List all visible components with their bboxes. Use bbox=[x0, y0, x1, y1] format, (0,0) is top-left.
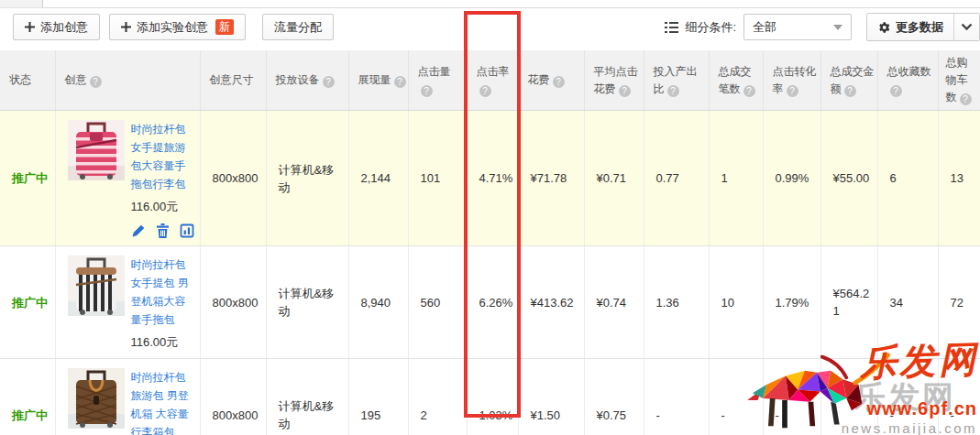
creative-report-table: 状态 创意 创意尺寸 投放设备 展现量 点击量 点击率 花费 平均点击花费 投入… bbox=[0, 50, 980, 435]
status-badge: 推广中 bbox=[12, 296, 48, 310]
orders: 10 bbox=[709, 246, 763, 359]
favorites: 6 bbox=[877, 111, 938, 246]
help-icon[interactable] bbox=[90, 76, 102, 88]
creative-price: 116.00元 bbox=[131, 198, 196, 215]
more-data-button-group: 更多数据 bbox=[866, 13, 980, 41]
orders: 1 bbox=[709, 111, 763, 246]
col-header-device: 投放设备 bbox=[266, 50, 348, 111]
col-header-creative: 创意 bbox=[55, 50, 200, 111]
tab-outside-area bbox=[0, 0, 42, 8]
roi: 1.36 bbox=[644, 246, 709, 359]
device: 计算机&移动 bbox=[266, 246, 348, 359]
tab-panel-edge bbox=[0, 0, 980, 8]
edit-icon[interactable] bbox=[131, 223, 146, 238]
creative-title-link[interactable]: 时尚拉杆包女手提包 男登机箱大容量手拖包 bbox=[131, 256, 196, 329]
cart-adds: - bbox=[938, 359, 980, 435]
gear-icon bbox=[877, 21, 890, 34]
plus-icon bbox=[25, 22, 35, 32]
creative-size: 800x800 bbox=[200, 359, 266, 435]
creative-price: 116.00元 bbox=[131, 333, 196, 351]
help-icon[interactable] bbox=[960, 93, 972, 105]
col-header-conversion: 点击转化率 bbox=[763, 50, 820, 111]
click-conversion-rate: 0.99% bbox=[763, 111, 820, 246]
table-row: 推广中 bbox=[0, 111, 980, 246]
col-header-status: 状态 bbox=[0, 50, 55, 111]
add-experiment-creative-button[interactable]: 添加实验创意 新 bbox=[109, 14, 246, 40]
click-conversion-rate: 1.79% bbox=[763, 246, 820, 359]
toolbar: 添加创意 添加实验创意 新 流量分配 细分条件: 全部 更多数据 bbox=[13, 14, 980, 40]
help-icon[interactable] bbox=[479, 85, 491, 97]
plus-icon bbox=[121, 22, 131, 32]
status-badge: 推广中 bbox=[12, 408, 48, 422]
clicks: 101 bbox=[408, 111, 467, 246]
device: 计算机&移动 bbox=[266, 111, 348, 246]
cost: ¥71.78 bbox=[518, 111, 584, 246]
click-conversion-rate: - bbox=[763, 359, 820, 435]
more-data-label: 更多数据 bbox=[896, 19, 943, 36]
avg-click-cost: ¥0.74 bbox=[584, 246, 644, 359]
creative-title-link[interactable]: 时尚拉杆包旅游包 男登机箱 大容量行李箱包 bbox=[131, 368, 196, 435]
tab-pane-border bbox=[42, 0, 980, 8]
roi: - bbox=[644, 359, 709, 435]
caret-down-icon bbox=[833, 25, 842, 30]
revenue: ¥564.21 bbox=[820, 246, 877, 359]
ctr: 6.26% bbox=[467, 246, 518, 359]
clicks: 560 bbox=[408, 246, 467, 359]
help-icon[interactable] bbox=[743, 85, 755, 97]
cost: ¥1.50 bbox=[518, 359, 584, 435]
help-icon[interactable] bbox=[890, 85, 902, 97]
traffic-allocation-button[interactable]: 流量分配 bbox=[262, 14, 334, 40]
col-header-orders: 总成交笔数 bbox=[709, 50, 763, 111]
delete-icon[interactable] bbox=[156, 223, 170, 238]
cart-adds: 13 bbox=[938, 111, 980, 246]
segment-condition-label: 细分条件: bbox=[685, 19, 736, 36]
help-icon[interactable] bbox=[844, 85, 856, 97]
revenue: - bbox=[820, 359, 877, 435]
toolbar-right: 细分条件: 全部 更多数据 bbox=[665, 14, 980, 40]
orders: - bbox=[709, 359, 763, 435]
product-image[interactable] bbox=[68, 368, 125, 429]
col-header-roi: 投入产出比 bbox=[644, 50, 709, 111]
col-header-clicks: 点击量 bbox=[408, 50, 467, 111]
help-icon[interactable] bbox=[667, 85, 679, 97]
help-icon[interactable] bbox=[619, 85, 631, 97]
col-header-revenue: 总成交金额 bbox=[820, 50, 877, 111]
creative-size: 800x800 bbox=[200, 246, 266, 359]
more-data-button[interactable]: 更多数据 bbox=[867, 14, 953, 40]
help-icon[interactable] bbox=[787, 85, 798, 97]
chevron-down-icon bbox=[961, 23, 973, 31]
col-header-favorites: 总收藏数 bbox=[877, 50, 938, 111]
avg-click-cost: ¥0.71 bbox=[584, 111, 644, 246]
creative-size: 800x800 bbox=[200, 111, 266, 246]
segment-selected-value: 全部 bbox=[753, 19, 776, 36]
status-badge: 推广中 bbox=[12, 171, 48, 185]
help-icon[interactable] bbox=[553, 76, 565, 88]
col-header-cost: 花费 bbox=[518, 50, 584, 111]
ctr: 4.71% bbox=[467, 111, 518, 246]
add-creative-button[interactable]: 添加创意 bbox=[13, 14, 100, 40]
device: 计算机&移动 bbox=[266, 359, 348, 435]
col-header-avg-click-cost: 平均点击花费 bbox=[584, 50, 644, 111]
cart-adds: 72 bbox=[938, 246, 980, 359]
product-image[interactable] bbox=[68, 256, 125, 316]
help-icon[interactable] bbox=[323, 76, 335, 88]
roi: 0.77 bbox=[644, 111, 709, 246]
segment-select[interactable]: 全部 bbox=[743, 14, 852, 40]
favorites: - bbox=[877, 359, 938, 435]
help-icon[interactable] bbox=[394, 76, 406, 88]
impressions: 195 bbox=[348, 359, 408, 435]
col-header-size: 创意尺寸 bbox=[200, 50, 266, 111]
ctr: 1.03% bbox=[467, 359, 518, 435]
add-experiment-creative-label: 添加实验创意 bbox=[137, 19, 208, 36]
creative-title-link[interactable]: 时尚拉杆包女手提旅游包大容量手拖包行李包 bbox=[131, 120, 196, 193]
avg-click-cost: ¥0.75 bbox=[584, 359, 644, 435]
impressions: 8,940 bbox=[348, 246, 408, 359]
col-header-impressions: 展现量 bbox=[348, 50, 408, 111]
col-header-ctr: 点击率 bbox=[467, 50, 518, 111]
clicks: 2 bbox=[408, 359, 467, 435]
help-icon[interactable] bbox=[421, 85, 433, 97]
more-data-collapse-button[interactable] bbox=[953, 14, 979, 40]
report-icon[interactable] bbox=[180, 223, 194, 238]
table-header-row: 状态 创意 创意尺寸 投放设备 展现量 点击量 点击率 花费 平均点击花费 投入… bbox=[0, 50, 980, 111]
product-image[interactable] bbox=[68, 120, 125, 180]
